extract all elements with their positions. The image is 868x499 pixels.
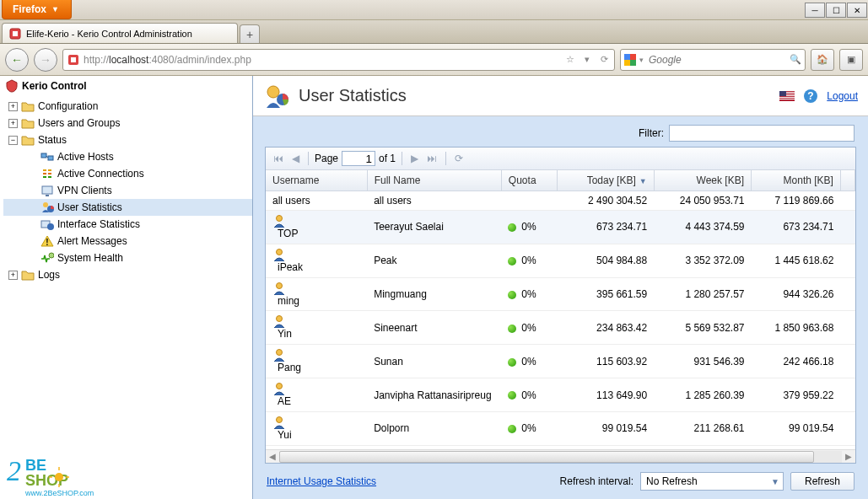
forward-button[interactable]: → <box>34 48 57 72</box>
url-bar[interactable]: http://localhost:4080/admin/index.php ☆ … <box>62 49 615 71</box>
pager-first-button[interactable]: ⏮ <box>271 153 286 164</box>
collapse-icon[interactable]: − <box>8 136 18 145</box>
window-minimize-button[interactable]: ─ <box>805 3 825 18</box>
svg-rect-3 <box>71 57 76 62</box>
table-row[interactable]: iPeakPeak0%504 984.883 352 372.091 445 6… <box>266 244 855 277</box>
sidebar-item-active-connections[interactable]: Active Connections <box>3 165 252 182</box>
sidebar-root[interactable]: Kerio Control <box>0 76 252 96</box>
home-button[interactable]: 🏠 <box>811 49 834 71</box>
cell-today: 115 603.92 <box>558 345 654 378</box>
help-icon[interactable]: ? <box>803 89 818 104</box>
cell-month: 1 850 963.68 <box>752 311 841 345</box>
sidebar-item-logs[interactable]: +Logs <box>3 266 252 283</box>
svg-point-13 <box>43 202 48 207</box>
main-area: User Statistics ? Logout Filter: ⏮ ◀ Pag… <box>253 76 868 499</box>
svg-point-16 <box>47 223 54 230</box>
sidebar-item-vpn-clients[interactable]: VPN Clients <box>3 182 252 199</box>
nav-icon: ! <box>40 234 54 248</box>
window-close-button[interactable]: ✕ <box>847 3 867 18</box>
pager-prev-button[interactable]: ◀ <box>289 153 302 164</box>
cell-username: all users <box>266 191 367 211</box>
col-fullname[interactable]: Full Name <box>367 170 501 191</box>
svg-text:?: ? <box>808 90 814 102</box>
svg-rect-11 <box>42 186 52 194</box>
expand-icon[interactable]: + <box>8 102 18 111</box>
cell-fullname: all users <box>367 191 501 211</box>
svg-point-39 <box>277 216 283 222</box>
reload-button[interactable]: ⟳ <box>597 54 611 65</box>
scroll-right-icon[interactable]: ▶ <box>842 452 855 461</box>
sidebar: Kerio Control +Configuration+Users and G… <box>0 76 253 499</box>
folder-icon <box>21 116 35 130</box>
status-dot-icon <box>508 358 516 367</box>
flag-icon[interactable] <box>779 91 795 101</box>
search-input[interactable] <box>647 53 786 67</box>
cell-username: iPeak <box>266 244 367 277</box>
sidebar-item-configuration[interactable]: +Configuration <box>3 98 252 115</box>
search-box[interactable]: ▾ 🔍 <box>620 49 806 71</box>
user-icon <box>272 214 360 228</box>
browser-tab[interactable]: Elife-Kerio - Kerio Control Administrati… <box>2 23 238 43</box>
col-month[interactable]: Month [KB] <box>752 170 841 191</box>
pager-page-input[interactable] <box>342 151 375 166</box>
col-quota[interactable]: Quota <box>501 170 558 191</box>
search-dropdown-icon[interactable]: ▾ <box>639 56 644 64</box>
cell-month: 1 445 618.62 <box>752 244 841 277</box>
filter-input[interactable] <box>669 125 855 142</box>
bookmark-dropdown-icon[interactable]: ▾ <box>580 54 594 65</box>
col-username[interactable]: Username <box>266 170 367 191</box>
logout-link[interactable]: Logout <box>827 90 858 102</box>
table-row[interactable]: PangSunan0%115 603.92931 546.39242 466.1… <box>266 345 855 378</box>
cell-today: 234 863.42 <box>558 311 654 345</box>
refresh-interval-select[interactable]: No Refresh ▼ <box>640 472 784 491</box>
new-tab-button[interactable]: + <box>240 24 260 43</box>
sidebar-item-system-health[interactable]: System Health <box>3 250 252 266</box>
tab-favicon <box>9 28 21 40</box>
cell-quota: 0% <box>501 345 558 378</box>
scroll-left-icon[interactable]: ◀ <box>266 452 279 461</box>
col-today[interactable]: Today [KB]▼ <box>558 170 654 191</box>
sidebar-item-label: Interface Statistics <box>57 218 140 230</box>
pager-last-button[interactable]: ⏭ <box>424 153 439 164</box>
table-row[interactable]: mingMingmuang0%395 661.591 280 257.57944… <box>266 277 855 311</box>
sidebar-item-label: Active Connections <box>57 168 144 180</box>
cell-quota: 0% <box>501 411 558 445</box>
search-icon[interactable]: 🔍 <box>790 54 801 65</box>
table-row[interactable]: YuiDolporn0%99 019.54211 268.6199 019.54 <box>266 411 855 445</box>
bookmarks-button[interactable]: ▣ <box>839 49 863 71</box>
pager-refresh-button[interactable]: ⟳ <box>452 153 466 164</box>
sidebar-item-active-hosts[interactable]: Active Hosts <box>3 148 252 165</box>
sidebar-item-user-statistics[interactable]: User Statistics <box>3 199 252 216</box>
sidebar-item-status[interactable]: −Status <box>3 131 252 148</box>
cell-month: 673 234.71 <box>752 211 841 244</box>
expand-icon[interactable]: + <box>8 271 18 280</box>
cell-quota <box>501 191 558 211</box>
sidebar-item-label: Configuration <box>38 100 98 112</box>
window-maximize-button[interactable]: ☐ <box>826 3 846 18</box>
table-row[interactable]: AEJanvipha Rattanasiripreug0%113 649.901… <box>266 378 855 412</box>
table-row[interactable]: TOPTeerayut Saelai0%673 234.714 443 374.… <box>266 211 855 244</box>
horizontal-scrollbar[interactable]: ◀ ▶ <box>266 449 855 463</box>
folder-icon <box>21 133 35 147</box>
internet-usage-link[interactable]: Internet Usage Statistics <box>267 475 376 487</box>
sidebar-item-alert-messages[interactable]: !Alert Messages <box>3 233 252 250</box>
table-row[interactable]: all usersall users2 490 304.5224 050 953… <box>266 191 855 211</box>
svg-rect-8 <box>41 153 46 158</box>
feed-icon[interactable]: ☆ <box>563 54 577 65</box>
folder-icon <box>21 268 35 282</box>
expand-icon[interactable]: + <box>8 119 18 128</box>
pager: ⏮ ◀ Page of 1 ▶ ⏭ ⟳ <box>266 148 855 170</box>
firefox-menu-button[interactable]: Firefox ▼ <box>2 0 72 19</box>
col-week[interactable]: Week [KB] <box>654 170 751 191</box>
nav-icon <box>40 251 54 265</box>
sidebar-item-users-and-groups[interactable]: +Users and Groups <box>3 115 252 131</box>
sidebar-item-interface-statistics[interactable]: Interface Statistics <box>3 216 252 233</box>
refresh-button[interactable]: Refresh <box>790 472 855 491</box>
back-button[interactable]: ← <box>5 48 29 72</box>
cell-username: Pang <box>266 345 367 378</box>
pager-next-button[interactable]: ▶ <box>408 153 421 164</box>
svg-rect-9 <box>48 156 53 160</box>
table-row[interactable]: YinSineenart0%234 863.425 569 532.871 85… <box>266 311 855 345</box>
scrollbar-thumb[interactable] <box>279 451 814 463</box>
svg-point-18 <box>49 253 54 258</box>
